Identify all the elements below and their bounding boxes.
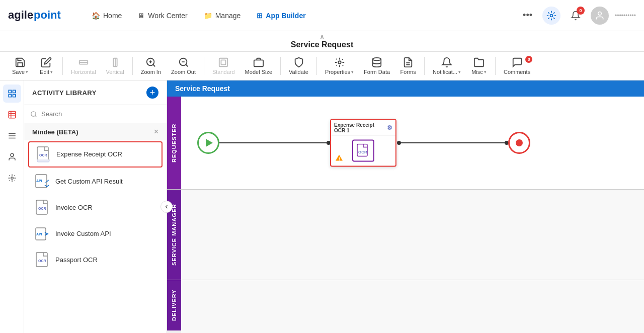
task-body: OCR ! xyxy=(331,136,395,166)
svg-point-3 xyxy=(598,12,602,15)
search-input[interactable] xyxy=(41,110,160,118)
notifications-btn[interactable]: 0 xyxy=(567,7,585,25)
sidebar-item-expense-receipt-ocr[interactable]: OCR Expense Receipt OCR xyxy=(28,141,163,168)
save-arrow: ▾ xyxy=(26,69,28,74)
invoice-ocr-icon: OCR xyxy=(34,200,50,216)
svg-point-33 xyxy=(11,153,14,156)
logo[interactable]: agile point xyxy=(8,6,68,25)
sidebar-item-get-custom-api[interactable]: API Get Custom API Result xyxy=(28,170,163,194)
toolbar-validate[interactable]: Validate xyxy=(285,55,312,77)
forms-label: Forms xyxy=(400,69,416,75)
start-play-icon xyxy=(206,139,213,147)
canvas-title: Service Request xyxy=(167,80,644,97)
invoke-custom-api-label: Invoke Custom API xyxy=(55,230,111,238)
toolbar-comments[interactable]: Comments 0 xyxy=(500,55,534,77)
nav-work-center-label: Work Center xyxy=(148,12,187,20)
sidebar-collapse-btn[interactable] xyxy=(160,201,173,213)
separator-1 xyxy=(62,57,63,75)
user-avatar[interactable] xyxy=(591,7,609,25)
sidebar-section-close[interactable]: × xyxy=(154,127,158,136)
sidebar-item-invoke-custom-api[interactable]: API Invoke Custom API xyxy=(28,222,163,246)
edit-icon xyxy=(41,57,52,68)
standard-icon xyxy=(218,57,229,68)
invoke-custom-api-icon: API xyxy=(34,226,50,242)
delivery-lane-content[interactable] xyxy=(181,280,644,333)
service-manager-lane-content[interactable] xyxy=(181,190,644,280)
nav-right: ••• 0 •••••••••• xyxy=(519,7,636,25)
nav-manage-label: Manage xyxy=(215,12,241,20)
sidebar-header: ACTIVITY LIBRARY + xyxy=(24,80,167,105)
ocr-task-node[interactable]: Expense Receipt OCR 1 ⚙ OCR xyxy=(330,119,396,167)
separator-2 xyxy=(132,57,133,75)
collapse-btn[interactable]: ∧ xyxy=(0,33,644,40)
task-ocr-icon-box: OCR xyxy=(352,140,374,162)
misc-label: Misc xyxy=(471,69,483,75)
toolbar-form-data[interactable]: Form Data xyxy=(360,55,394,77)
user-name: •••••••••• xyxy=(615,12,636,19)
activity-library-sidebar: ACTIVITY LIBRARY + Mindee (BETA) × xyxy=(24,80,167,333)
model-size-icon xyxy=(253,57,264,68)
nav-more-btn[interactable]: ••• xyxy=(519,8,536,23)
monitor-icon: 🖥 xyxy=(138,12,145,20)
left-icon-user[interactable] xyxy=(3,148,21,166)
notifications-label: Notificat... xyxy=(433,69,457,75)
svg-rect-23 xyxy=(13,90,15,93)
requester-lane-content[interactable]: Expense Receipt OCR 1 ⚙ OCR xyxy=(181,97,644,189)
properties-icon xyxy=(334,57,345,68)
sidebar-add-btn[interactable]: + xyxy=(146,87,158,99)
grid-icon: ⊞ xyxy=(257,12,263,20)
toolbar-edit[interactable]: Edit ▾ xyxy=(34,55,58,77)
page-title: Service Request xyxy=(0,40,644,49)
canvas-content[interactable]: Requester xyxy=(167,97,644,333)
task-gear-icon[interactable]: ⚙ xyxy=(387,124,392,131)
separator-7 xyxy=(495,57,496,75)
left-icon-form[interactable] xyxy=(3,106,21,124)
expense-ocr-icon: OCR xyxy=(35,146,51,162)
comments-icon xyxy=(512,57,523,68)
subtitle-bar: ∧ Service Request xyxy=(0,31,644,52)
svg-point-35 xyxy=(31,111,36,116)
ai-btn[interactable] xyxy=(542,7,560,25)
left-icon-grid[interactable] xyxy=(3,85,21,103)
svg-rect-25 xyxy=(9,95,11,97)
nav-app-builder[interactable]: ⊞ App Builder xyxy=(250,9,312,23)
toolbar-model-size[interactable]: Model Size xyxy=(241,55,276,77)
toolbar-misc[interactable]: Misc ▾ xyxy=(467,55,491,77)
end-stop-icon xyxy=(516,139,523,146)
sidebar-item-passport-ocr[interactable]: OCR Passport OCR xyxy=(28,248,163,272)
save-icon xyxy=(15,57,26,68)
search-box xyxy=(24,105,167,123)
requester-label: Requester xyxy=(167,97,181,189)
sidebar-title: ACTIVITY LIBRARY xyxy=(32,89,97,97)
toolbar-standard[interactable]: Standard xyxy=(208,55,239,77)
edit-label: Edit xyxy=(40,69,49,75)
nav-work-center[interactable]: 🖥 Work Center xyxy=(131,9,194,23)
toolbar-horizontal[interactable]: Horizontal xyxy=(67,55,100,77)
toolbar-vertical[interactable]: Vertical xyxy=(102,55,128,77)
nav-home[interactable]: 🏠 Home xyxy=(85,9,129,23)
top-navigation: agile point 🏠 Home 🖥 Work Center 📁 Manag… xyxy=(0,0,644,31)
toolbar-notifications[interactable]: Notificat... ▾ xyxy=(429,55,465,77)
nav-manage[interactable]: 📁 Manage xyxy=(197,9,248,23)
service-manager-lane: Service Manager xyxy=(167,190,644,280)
toolbar-zoom-out[interactable]: Zoom Out xyxy=(167,55,200,77)
left-icon-settings[interactable] xyxy=(3,169,21,187)
sidebar-item-invoice-ocr[interactable]: OCR Invoice OCR xyxy=(28,196,163,220)
misc-arrow: ▾ xyxy=(484,69,487,74)
toolbar-zoom-in[interactable]: Zoom In xyxy=(137,55,165,77)
svg-point-2 xyxy=(550,14,552,17)
left-icon-list[interactable] xyxy=(3,127,21,145)
validate-label: Validate xyxy=(289,69,308,75)
misc-icon xyxy=(473,57,485,68)
start-node[interactable] xyxy=(197,132,219,154)
connector-2 xyxy=(397,142,508,143)
toolbar-save[interactable]: Save ▾ xyxy=(8,55,32,77)
vertical-label: Vertical xyxy=(106,69,124,75)
separator-4 xyxy=(280,57,281,75)
toolbar-forms[interactable]: Forms xyxy=(396,55,420,77)
end-node[interactable] xyxy=(508,132,530,154)
zoom-out-icon xyxy=(178,57,189,68)
svg-text:API: API xyxy=(36,232,42,236)
toolbar-properties[interactable]: Properties ▾ xyxy=(321,55,358,77)
task-header: Expense Receipt OCR 1 ⚙ xyxy=(331,120,395,136)
